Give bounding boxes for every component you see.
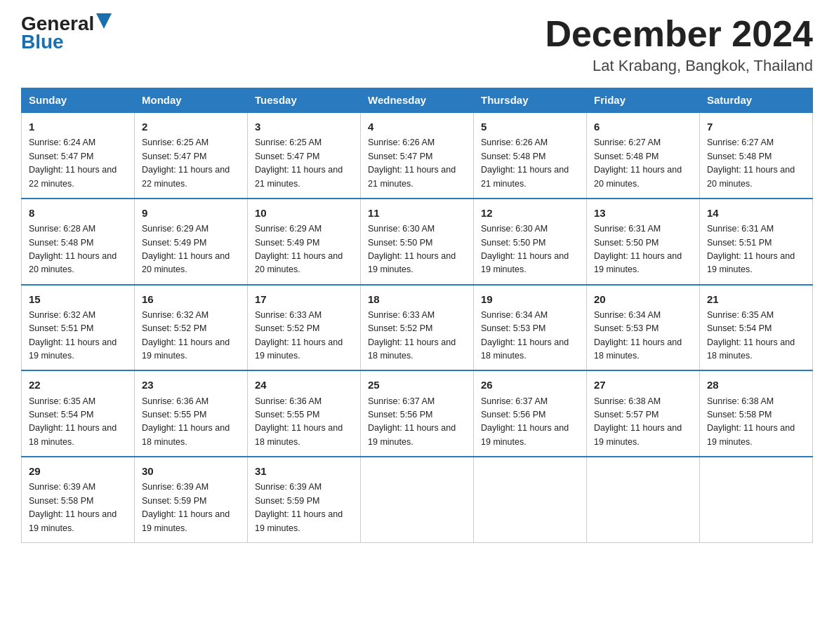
day-number: 14 (707, 205, 805, 221)
day-number: 23 (142, 377, 240, 393)
logo-blue: Blue (21, 31, 64, 53)
day-of-week-header: Sunday (22, 88, 135, 113)
calendar-cell (587, 457, 700, 542)
day-number: 7 (707, 119, 805, 135)
day-number: 5 (481, 119, 579, 135)
day-number: 2 (142, 119, 240, 135)
calendar-cell (700, 457, 813, 542)
calendar-cell: 14Sunrise: 6:31 AMSunset: 5:51 PMDayligh… (700, 199, 813, 285)
calendar-cell: 21Sunrise: 6:35 AMSunset: 5:54 PMDayligh… (700, 285, 813, 371)
day-number: 16 (142, 291, 240, 307)
day-number: 31 (255, 463, 353, 479)
calendar-table: SundayMondayTuesdayWednesdayThursdayFrid… (21, 88, 813, 543)
calendar-cell: 8Sunrise: 6:28 AMSunset: 5:48 PMDaylight… (22, 199, 135, 285)
day-number: 18 (368, 291, 466, 307)
calendar-cell: 16Sunrise: 6:32 AMSunset: 5:52 PMDayligh… (135, 285, 248, 371)
calendar-cell (474, 457, 587, 542)
calendar-week-row: 29Sunrise: 6:39 AMSunset: 5:58 PMDayligh… (22, 457, 813, 542)
calendar-cell: 28Sunrise: 6:38 AMSunset: 5:58 PMDayligh… (700, 370, 813, 457)
calendar-cell: 10Sunrise: 6:29 AMSunset: 5:49 PMDayligh… (248, 199, 361, 285)
calendar-header-row: SundayMondayTuesdayWednesdayThursdayFrid… (22, 88, 813, 113)
calendar-cell: 25Sunrise: 6:37 AMSunset: 5:56 PMDayligh… (361, 370, 474, 457)
calendar-cell: 30Sunrise: 6:39 AMSunset: 5:59 PMDayligh… (135, 457, 248, 542)
calendar-cell: 26Sunrise: 6:37 AMSunset: 5:56 PMDayligh… (474, 370, 587, 457)
day-number: 28 (707, 377, 805, 393)
day-of-week-header: Friday (587, 88, 700, 113)
day-number: 9 (142, 205, 240, 221)
day-of-week-header: Tuesday (248, 88, 361, 113)
day-of-week-header: Thursday (474, 88, 587, 113)
month-title: December 2024 (545, 14, 813, 54)
calendar-cell: 12Sunrise: 6:30 AMSunset: 5:50 PMDayligh… (474, 199, 587, 285)
calendar-cell: 11Sunrise: 6:30 AMSunset: 5:50 PMDayligh… (361, 199, 474, 285)
title-area: December 2024 Lat Krabang, Bangkok, Thai… (545, 14, 813, 75)
calendar-cell: 9Sunrise: 6:29 AMSunset: 5:49 PMDaylight… (135, 199, 248, 285)
svg-marker-0 (96, 13, 112, 29)
calendar-cell: 1Sunrise: 6:24 AMSunset: 5:47 PMDaylight… (22, 112, 135, 199)
calendar-cell: 31Sunrise: 6:39 AMSunset: 5:59 PMDayligh… (248, 457, 361, 542)
calendar-cell: 2Sunrise: 6:25 AMSunset: 5:47 PMDaylight… (135, 112, 248, 199)
location-title: Lat Krabang, Bangkok, Thailand (545, 57, 813, 75)
calendar-cell: 13Sunrise: 6:31 AMSunset: 5:50 PMDayligh… (587, 199, 700, 285)
day-number: 24 (255, 377, 353, 393)
calendar-cell: 20Sunrise: 6:34 AMSunset: 5:53 PMDayligh… (587, 285, 700, 371)
day-number: 1 (29, 119, 127, 135)
calendar-week-row: 8Sunrise: 6:28 AMSunset: 5:48 PMDaylight… (22, 199, 813, 285)
logo-area: General Blue (21, 14, 112, 53)
calendar-cell: 24Sunrise: 6:36 AMSunset: 5:55 PMDayligh… (248, 370, 361, 457)
day-number: 19 (481, 291, 579, 307)
calendar-week-row: 22Sunrise: 6:35 AMSunset: 5:54 PMDayligh… (22, 370, 813, 457)
day-number: 4 (368, 119, 466, 135)
day-number: 26 (481, 377, 579, 393)
day-number: 11 (368, 205, 466, 221)
day-of-week-header: Saturday (700, 88, 813, 113)
day-number: 30 (142, 463, 240, 479)
day-number: 29 (29, 463, 127, 479)
calendar-cell: 7Sunrise: 6:27 AMSunset: 5:48 PMDaylight… (700, 112, 813, 199)
day-number: 20 (594, 291, 692, 307)
day-number: 8 (29, 205, 127, 221)
calendar-cell: 5Sunrise: 6:26 AMSunset: 5:48 PMDaylight… (474, 112, 587, 199)
calendar-cell: 27Sunrise: 6:38 AMSunset: 5:57 PMDayligh… (587, 370, 700, 457)
day-number: 12 (481, 205, 579, 221)
page-header: General Blue December 2024 Lat Krabang, … (21, 14, 813, 75)
day-of-week-header: Monday (135, 88, 248, 113)
logo-arrow-icon (96, 13, 112, 29)
day-number: 6 (594, 119, 692, 135)
calendar-cell: 19Sunrise: 6:34 AMSunset: 5:53 PMDayligh… (474, 285, 587, 371)
day-number: 25 (368, 377, 466, 393)
calendar-cell: 4Sunrise: 6:26 AMSunset: 5:47 PMDaylight… (361, 112, 474, 199)
calendar-cell: 22Sunrise: 6:35 AMSunset: 5:54 PMDayligh… (22, 370, 135, 457)
day-of-week-header: Wednesday (361, 88, 474, 113)
day-number: 17 (255, 291, 353, 307)
day-number: 22 (29, 377, 127, 393)
day-number: 3 (255, 119, 353, 135)
calendar-cell: 29Sunrise: 6:39 AMSunset: 5:58 PMDayligh… (22, 457, 135, 542)
day-number: 27 (594, 377, 692, 393)
calendar-cell: 18Sunrise: 6:33 AMSunset: 5:52 PMDayligh… (361, 285, 474, 371)
calendar-cell: 17Sunrise: 6:33 AMSunset: 5:52 PMDayligh… (248, 285, 361, 371)
calendar-week-row: 1Sunrise: 6:24 AMSunset: 5:47 PMDaylight… (22, 112, 813, 199)
calendar-cell: 6Sunrise: 6:27 AMSunset: 5:48 PMDaylight… (587, 112, 700, 199)
calendar-cell: 3Sunrise: 6:25 AMSunset: 5:47 PMDaylight… (248, 112, 361, 199)
calendar-cell: 23Sunrise: 6:36 AMSunset: 5:55 PMDayligh… (135, 370, 248, 457)
day-number: 15 (29, 291, 127, 307)
day-number: 21 (707, 291, 805, 307)
day-number: 13 (594, 205, 692, 221)
calendar-week-row: 15Sunrise: 6:32 AMSunset: 5:51 PMDayligh… (22, 285, 813, 371)
day-number: 10 (255, 205, 353, 221)
calendar-cell (361, 457, 474, 542)
calendar-cell: 15Sunrise: 6:32 AMSunset: 5:51 PMDayligh… (22, 285, 135, 371)
